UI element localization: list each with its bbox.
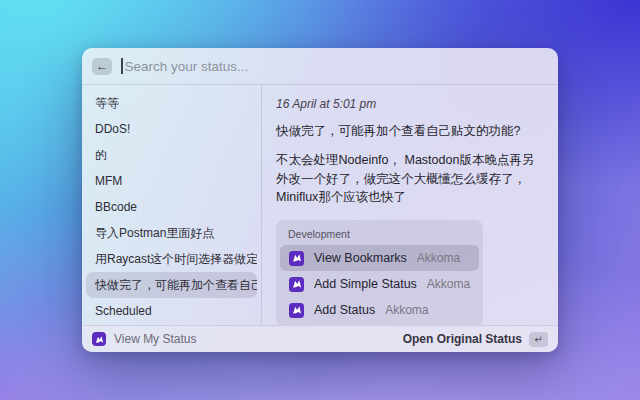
sidebar-status-item[interactable]: 导入Postman里面好点 [86, 220, 257, 246]
launcher-window: ← Search your status... 等等DDoS!的MFMBBcod… [82, 48, 558, 352]
sidebar-status-item[interactable]: 等等 [86, 90, 257, 116]
sidebar-status-item[interactable]: 的 [86, 142, 257, 168]
sidebar-status-item[interactable]: DDoS! [86, 116, 257, 142]
status-timestamp: 16 April at 5:01 pm [276, 97, 542, 111]
akkoma-app-icon [92, 332, 106, 346]
status-list: 等等DDoS!的MFMBBcode导入Postman里面好点用Raycast这个… [82, 85, 262, 325]
status-detail-panel: 16 April at 5:01 pm 快做完了，可能再加个查看自己贴文的功能?… [262, 85, 558, 325]
footer-primary-label: View My Status [114, 332, 196, 346]
actions-section-label: Development [288, 228, 471, 240]
akkoma-app-icon [289, 277, 304, 292]
action-app-name: Akkoma [417, 251, 460, 265]
actions-list: View Bookmarks Akkoma Add Simple Status … [280, 245, 479, 323]
back-button[interactable]: ← [92, 58, 112, 75]
search-input[interactable]: Search your status... [125, 59, 249, 74]
sidebar-status-item[interactable]: Scheduled [86, 298, 257, 324]
text-cursor [121, 58, 123, 74]
action-label: Add Status [314, 303, 375, 317]
akkoma-app-icon [289, 303, 304, 318]
action-app-name: Akkoma [385, 303, 428, 317]
sidebar-status-item[interactable]: MFM [86, 168, 257, 194]
main-area: 等等DDoS!的MFMBBcode导入Postman里面好点用Raycast这个… [82, 85, 558, 325]
return-key-icon: ↵ [529, 332, 548, 347]
action-item[interactable]: Add Status Akkoma [280, 297, 479, 323]
sidebar-status-item[interactable]: 快做完了，可能再加个查看自己贴文的… [86, 272, 257, 298]
action-item[interactable]: View Bookmarks Akkoma [280, 245, 479, 271]
search-bar: ← Search your status... [82, 48, 558, 85]
action-app-name: Akkoma [427, 277, 470, 291]
akkoma-app-icon [289, 251, 304, 266]
status-paragraph: 不太会处理Nodeinfo， Mastodon版本晚点再另外改一个好了，做完这个… [276, 151, 542, 207]
back-arrow-icon: ← [96, 59, 108, 73]
footer-bar: View My Status Open Original Status ↵ [82, 325, 558, 352]
footer-default-label: Open Original Status [403, 332, 522, 346]
action-label: Add Simple Status [314, 277, 417, 291]
status-paragraph: 快做完了，可能再加个查看自己贴文的功能? [276, 122, 542, 141]
sidebar-status-item[interactable]: BBcode [86, 194, 257, 220]
footer-primary-action[interactable]: View My Status [92, 332, 196, 346]
sidebar-status-item[interactable]: 用Raycast这个时间选择器做定时很方… [86, 246, 257, 272]
actions-card: Development View Bookmarks Akkoma Add Si… [276, 220, 483, 325]
footer-default-action[interactable]: Open Original Status ↵ [403, 332, 548, 347]
action-item[interactable]: Add Simple Status Akkoma [280, 271, 479, 297]
action-label: View Bookmarks [314, 251, 407, 265]
